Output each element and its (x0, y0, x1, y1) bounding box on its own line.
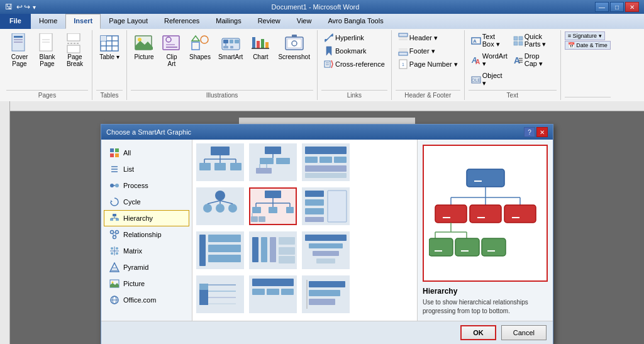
svg-rect-81 (113, 214, 116, 216)
drop-cap-icon: A (513, 55, 523, 65)
svg-rect-203 (455, 238, 479, 256)
chart-button[interactable]: Chart (247, 31, 274, 62)
tab-avro[interactable]: Avro Bangla Tools (319, 14, 391, 29)
svg-rect-168 (316, 258, 335, 264)
tab-page-layout[interactable]: Page Layout (101, 14, 156, 29)
cover-page-icon (9, 33, 30, 53)
header-button[interactable]: Header ▾ (396, 31, 440, 44)
svg-rect-60 (514, 42, 518, 45)
maximize-button[interactable]: □ (610, 2, 624, 12)
category-all[interactable]: All (104, 145, 189, 161)
tab-mailings[interactable]: Mailings (208, 14, 249, 29)
tab-insert[interactable]: Insert (65, 14, 101, 29)
category-picture[interactable]: Picture (104, 275, 189, 292)
category-matrix[interactable]: Matrix (104, 243, 189, 259)
screenshot-button[interactable]: Screenshot (275, 31, 313, 62)
clip-art-label: ClipArt (166, 53, 177, 67)
smartart-item-10[interactable] (196, 275, 244, 313)
category-cycle[interactable]: Cycle (104, 194, 189, 210)
table-button[interactable]: Table ▾ (96, 31, 123, 62)
dialog-category-list: All List Process (101, 140, 192, 321)
svg-rect-114 (199, 163, 211, 170)
svg-rect-128 (334, 157, 347, 163)
hyperlink-icon (324, 33, 334, 43)
object-button[interactable]: OLE Object ▾ (469, 70, 509, 89)
window-controls[interactable]: — □ ✕ (595, 2, 639, 12)
header-label: Header ▾ (409, 34, 438, 42)
picture-button[interactable]: Picture (131, 31, 157, 62)
svg-rect-83 (116, 218, 119, 221)
wordart-button[interactable]: AA WordArt ▾ (469, 51, 509, 69)
svg-rect-126 (305, 157, 318, 163)
smartart-item-6[interactable] (302, 187, 350, 225)
document-content[interactable]: Choose a SmartArt Graphic ? ✕ All (10, 111, 644, 344)
tab-view[interactable]: View (289, 14, 320, 29)
smartart-item-9[interactable] (302, 231, 350, 269)
close-button[interactable]: ✕ (625, 2, 639, 12)
svg-line-93 (115, 233, 116, 236)
category-list[interactable]: List (104, 161, 189, 177)
smartart-item-1[interactable] (196, 143, 244, 181)
dialog-ok-button[interactable]: OK (460, 325, 496, 340)
list-icon (109, 164, 119, 174)
smartart-grid (192, 140, 418, 321)
svg-rect-59 (519, 36, 523, 40)
svg-point-77 (110, 184, 114, 187)
svg-rect-149 (258, 216, 265, 222)
svg-rect-179 (281, 289, 294, 295)
clip-art-button[interactable]: ClipArt (158, 31, 185, 69)
category-office-com[interactable]: Office.com (104, 292, 189, 308)
svg-rect-1 (14, 36, 23, 38)
smartart-item-7[interactable] (196, 231, 244, 269)
category-process[interactable]: Process (104, 177, 189, 194)
text-box-button[interactable]: A Text Box ▾ (469, 31, 509, 50)
svg-rect-124 (263, 168, 272, 174)
category-relationship[interactable]: Relationship (104, 226, 189, 243)
svg-rect-155 (199, 235, 206, 266)
svg-rect-27 (230, 40, 233, 43)
smartart-item-11[interactable] (249, 275, 297, 313)
tab-home[interactable]: Home (31, 14, 65, 29)
category-pyramid[interactable]: Pyramid (104, 259, 189, 275)
smartart-item-4[interactable] (196, 187, 244, 225)
dialog-help-button[interactable]: ? (524, 127, 535, 137)
svg-rect-165 (305, 235, 347, 241)
dialog-cancel-button[interactable]: Cancel (501, 325, 547, 340)
minimize-button[interactable]: — (595, 2, 609, 12)
smartart-item-5[interactable] (249, 187, 297, 225)
bookmark-button[interactable]: Bookmark (321, 45, 369, 57)
page-break-label: PageBreak (67, 53, 83, 67)
footer-button[interactable]: Footer ▾ (396, 45, 438, 57)
cross-reference-button[interactable]: Cross-reference (321, 58, 387, 70)
svg-rect-157 (208, 245, 241, 252)
ribbon-group-pages: CoverPage BlankPage PageBreak Pages (3, 30, 92, 100)
tab-references[interactable]: References (156, 14, 208, 29)
tab-file[interactable]: File (0, 14, 31, 29)
smartart-item-12[interactable] (302, 275, 350, 313)
page-break-button[interactable]: PageBreak (62, 31, 88, 69)
clip-art-icon (162, 33, 182, 53)
page-number-button[interactable]: 1 Page Number ▾ (396, 58, 460, 70)
category-hierarchy[interactable]: Hierarchy (104, 210, 189, 226)
quick-access-toolbar[interactable]: 🖫 ↩ ↪ ▾ (5, 3, 36, 11)
svg-rect-2 (14, 39, 23, 40)
smartart-item-3[interactable] (302, 143, 350, 181)
quick-parts-button[interactable]: Quick Parts ▾ (511, 31, 552, 50)
smartart-item-2[interactable] (249, 143, 297, 181)
signature-button[interactable]: ≡ Signature ▾ (565, 31, 605, 40)
right-group-label (565, 97, 611, 99)
ribbon-group-links: Hyperlink Bookmark Cross-reference Links (318, 30, 392, 100)
dialog-close-button[interactable]: ✕ (536, 127, 548, 137)
cover-page-button[interactable]: CoverPage (6, 31, 33, 69)
shapes-button[interactable]: Shapes (186, 31, 214, 62)
blank-page-button[interactable]: BlankPage (34, 31, 60, 69)
drop-cap-button[interactable]: A Drop Cap ▾ (511, 51, 552, 69)
smartart-item-8[interactable] (249, 231, 297, 269)
tab-review[interactable]: Review (250, 14, 289, 29)
smartart-button[interactable]: SmartArt (215, 31, 246, 62)
hyperlink-button[interactable]: Hyperlink (321, 31, 367, 44)
wordart-label: WordArt ▾ (482, 52, 508, 68)
dialog-title-controls[interactable]: ? ✕ (524, 127, 548, 137)
date-time-button[interactable]: 📅 Date & Time (565, 41, 611, 50)
table-icon (99, 33, 119, 53)
